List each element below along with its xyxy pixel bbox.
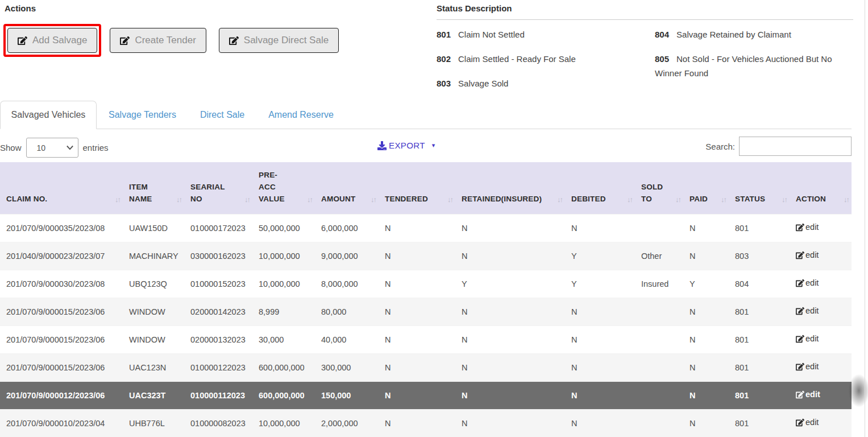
column-header-action[interactable]: ACTION ↓↑ (790, 162, 852, 215)
add-salvage-button[interactable]: Add Salvage (7, 28, 97, 53)
column-header-sold-to[interactable]: SOLD TO ↓↑ (635, 162, 683, 215)
edit-link[interactable]: edit (796, 326, 819, 352)
column-header-label: RETAINED(INSURED) (462, 195, 542, 203)
edit-label: edit (805, 298, 819, 324)
export-button[interactable]: EXPORT ▾ (377, 141, 435, 150)
column-header-item-name[interactable]: ITEM NAME ↓↑ (123, 162, 184, 215)
table-row[interactable]: 201/070/9/000015/2023/06WINDOW0200001320… (0, 326, 852, 354)
status-description-title: Status Description (437, 3, 853, 13)
table-row[interactable]: 201/070/9/000035/2023/08UAW150D010000172… (0, 215, 852, 242)
edit-link[interactable]: edit (796, 270, 819, 296)
search-input[interactable] (739, 137, 852, 156)
tab-salvage-tenders[interactable]: Salvage Tenders (97, 101, 188, 129)
edit-link[interactable]: edit (796, 354, 819, 380)
edit-link[interactable]: edit (796, 298, 819, 324)
cell-paid: Y (683, 270, 729, 298)
sort-icon: ↓↑ (782, 193, 787, 205)
cell-paid: N (683, 242, 729, 270)
edit-link[interactable]: edit (796, 410, 819, 435)
cell-serial-no: 030000162023 (184, 242, 252, 270)
column-header-amount[interactable]: AMOUNT ↓↑ (315, 162, 379, 215)
cell-serial-no: 010000152023 (184, 270, 252, 298)
cell-status: 801 (729, 410, 790, 437)
cell-retained-insured: N (455, 215, 565, 242)
cell-serial-no: 010000122023 (184, 354, 252, 382)
cell-status: 801 (729, 298, 790, 326)
column-header-serial-no[interactable]: SEARIAL NO ↓↑ (184, 162, 252, 215)
cell-amount: 8,000,000 (315, 270, 379, 298)
cell-claim-no: 201/070/9/000035/2023/08 (0, 215, 123, 242)
status-column-left: 801Claim Not Settled 802Claim Settled - … (437, 27, 655, 101)
cell-paid: N (683, 215, 729, 242)
actions-section-title: Actions (5, 3, 36, 13)
entries-label: entries (83, 143, 109, 152)
cell-amount: 2,000,000 (315, 410, 379, 437)
sort-icon: ↓↑ (307, 193, 312, 205)
sort-icon: ↓↑ (115, 193, 120, 205)
table-body: 201/070/9/000035/2023/08UAW150D010000172… (0, 215, 852, 437)
action-cell: edit (790, 354, 852, 382)
cell-status: 801 (729, 215, 790, 242)
search-group: Search: (705, 137, 852, 156)
column-header-label: ITEM NAME (129, 181, 155, 205)
column-header-pre-acc-value[interactable]: PRE- ACC VALUE ↓↑ (252, 162, 315, 215)
cell-status: 801 (729, 382, 790, 410)
cell-retained-insured: N (455, 326, 565, 354)
action-cell: edit (790, 326, 852, 354)
column-header-tendered[interactable]: TENDERED ↓↑ (379, 162, 455, 215)
cell-paid: N (683, 354, 729, 382)
edit-icon (796, 390, 804, 399)
table-header: CLAIM NO. ↓↑ ITEM NAME ↓↑ SEARIAL NO ↓↑ … (0, 162, 852, 215)
column-header-paid[interactable]: PAID ↓↑ (683, 162, 729, 215)
salvage-direct-sale-button[interactable]: Salvage Direct Sale (219, 28, 339, 53)
cell-paid: N (683, 410, 729, 437)
table-row[interactable]: 201/070/9/000010/2023/04UHB776L010000082… (0, 410, 852, 437)
action-cell: edit (790, 298, 852, 326)
status-column-right: 804Salvage Retained by Claimant 805Not S… (655, 27, 851, 101)
column-header-retained-insured[interactable]: RETAINED(INSURED) ↓↑ (455, 162, 565, 215)
create-tender-button[interactable]: Create Tender (110, 28, 206, 53)
edit-icon (796, 418, 804, 427)
tab-label: Salvage Tenders (109, 110, 176, 120)
cell-status: 803 (729, 242, 790, 270)
cell-paid: N (683, 382, 729, 410)
table-row[interactable]: 201/040/9/000023/2023/07MACHINARY0300001… (0, 242, 852, 270)
cell-serial-no: 010000112023 (184, 382, 252, 410)
action-button-wrapper: Salvage Direct Sale (215, 24, 343, 57)
column-header-status[interactable]: STATUS ↓↑ (729, 162, 790, 215)
edit-icon (796, 223, 804, 232)
table-row[interactable]: 201/070/9/000030/2023/08UBQ123Q010000152… (0, 270, 852, 298)
tab-label: Salvaged Vehicles (11, 110, 86, 120)
cell-tendered: N (379, 326, 455, 354)
edit-link[interactable]: edit (796, 215, 819, 240)
table-row[interactable]: 201/070/9/000015/2023/06WINDOW0200001420… (0, 298, 852, 326)
edit-pencil-icon (18, 36, 27, 46)
show-label: Show (0, 143, 22, 152)
status-text: Salvage Retained by Claimant (676, 30, 791, 39)
cell-debited: Y (565, 242, 635, 270)
column-header-claim-no[interactable]: CLAIM NO. ↓↑ (0, 162, 123, 215)
edit-label: edit (805, 242, 819, 268)
status-code: 805 (655, 54, 669, 64)
tab-label: Amend Reserve (268, 110, 334, 120)
edit-link[interactable]: edit (796, 242, 819, 268)
action-button-label: Create Tender (135, 35, 196, 46)
status-item: 802Claim Settled - Ready For Sale (437, 52, 655, 66)
tab-amend-reserve[interactable]: Amend Reserve (256, 101, 346, 129)
table-controls: Show 10 entries EXPORT ▾ Search: (0, 137, 852, 159)
column-header-debited[interactable]: DEBITED ↓↑ (565, 162, 635, 215)
cell-sold-to (635, 382, 683, 410)
page-size-select[interactable]: 10 (26, 138, 78, 158)
table-row[interactable]: 201/070/9/000015/2023/06UAC123N010000122… (0, 354, 852, 382)
cell-retained-insured: N (455, 382, 565, 410)
tab-salvaged-vehicles[interactable]: Salvaged Vehicles (0, 101, 97, 129)
sort-icon: ↓↑ (844, 193, 849, 205)
status-divider (437, 19, 853, 20)
status-item: 801Claim Not Settled (437, 27, 655, 42)
column-header-label: AMOUNT (321, 195, 355, 203)
tab-direct-sale[interactable]: Direct Sale (188, 101, 256, 129)
cell-tendered: N (379, 242, 455, 270)
status-item: 805Not Sold - For Vehicles Auctioned But… (655, 52, 851, 80)
table-row[interactable]: 201/070/9/000012/2023/06UAC323T010000112… (0, 382, 852, 410)
edit-link[interactable]: edit (796, 382, 820, 407)
